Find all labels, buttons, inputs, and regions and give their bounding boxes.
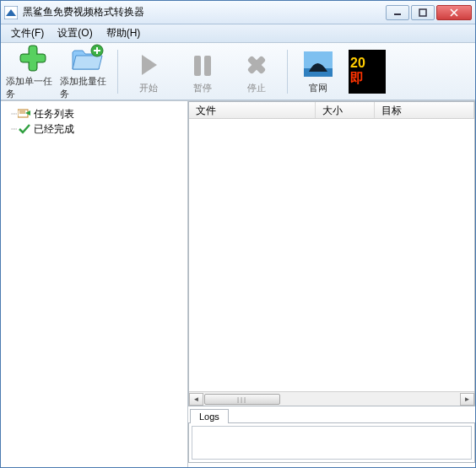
window-title: 黑鲨鱼免费视频格式转换器	[23, 5, 386, 19]
add-icon	[16, 42, 50, 74]
maximize-button[interactable]	[411, 5, 435, 20]
close-button[interactable]	[436, 5, 472, 20]
shark-icon	[301, 49, 335, 81]
column-file[interactable]: 文件	[189, 102, 316, 118]
svg-rect-9	[21, 55, 45, 62]
sidebar: ┈ 任务列表 ┈ 已经完成	[1, 100, 188, 467]
scroll-right-arrow[interactable]: ►	[460, 393, 474, 406]
tree-branch-icon: ┈	[11, 123, 16, 135]
app-icon	[4, 6, 18, 19]
tree-task-list-label: 任务列表	[34, 107, 74, 121]
minimize-button[interactable]	[386, 5, 409, 20]
task-list-icon	[18, 108, 31, 120]
add-batch-task-button[interactable]: 添加批量任务	[60, 45, 114, 99]
promo-banner[interactable]: 20 即	[349, 50, 386, 94]
website-label: 官网	[309, 82, 327, 94]
file-list-body[interactable]	[189, 119, 474, 391]
menu-file[interactable]: 文件(F)	[4, 24, 51, 42]
logs-tab[interactable]: Logs	[190, 409, 229, 423]
horizontal-scrollbar[interactable]: ◄ ||| ►	[189, 391, 474, 406]
pause-icon	[186, 49, 219, 81]
logs-body	[188, 422, 475, 463]
file-list-header: 文件 大小 目标	[189, 102, 474, 119]
stop-button[interactable]: 停止	[230, 45, 284, 99]
pause-label: 暂停	[193, 82, 212, 94]
logs-pane: Logs	[188, 408, 475, 467]
banner-line2: 即	[349, 70, 364, 86]
svg-rect-3	[419, 9, 426, 16]
scroll-thumb[interactable]: |||	[204, 394, 280, 405]
tree-completed-label: 已经完成	[34, 122, 74, 137]
start-label: 开始	[139, 82, 158, 94]
tree-branch-icon: ┈	[11, 108, 16, 120]
check-icon	[18, 123, 31, 135]
svg-marker-13	[142, 55, 157, 75]
folder-add-icon	[70, 42, 104, 74]
toolbar-separator	[117, 50, 118, 94]
play-icon	[132, 49, 165, 81]
add-batch-label: 添加批量任务	[60, 75, 114, 100]
svg-rect-2	[394, 13, 401, 15]
website-button[interactable]: 官网	[291, 45, 345, 99]
menu-help[interactable]: 帮助(H)	[100, 24, 148, 42]
scroll-left-arrow[interactable]: ◄	[189, 393, 203, 406]
svg-rect-14	[194, 56, 201, 76]
column-target[interactable]: 目标	[375, 102, 474, 118]
file-list-pane: 文件 大小 目标 ◄ ||| ►	[188, 101, 475, 406]
add-single-label: 添加单一任务	[6, 75, 60, 100]
menu-settings[interactable]: 设置(O)	[51, 24, 99, 42]
column-size[interactable]: 大小	[316, 102, 375, 118]
tree-completed[interactable]: ┈ 已经完成	[4, 121, 184, 137]
start-button[interactable]: 开始	[122, 45, 176, 99]
toolbar-separator	[287, 50, 288, 94]
pause-button[interactable]: 暂停	[176, 45, 230, 99]
toolbar: 添加单一任务 添加批量任务 开始 暂停 停止	[1, 43, 475, 100]
tree-task-list[interactable]: ┈ 任务列表	[4, 106, 184, 121]
scroll-track[interactable]: |||	[203, 393, 460, 406]
svg-rect-15	[204, 56, 211, 76]
logs-textarea[interactable]	[192, 426, 472, 460]
banner-line1: 20	[349, 56, 365, 70]
stop-x-icon	[240, 49, 273, 81]
add-single-task-button[interactable]: 添加单一任务	[6, 45, 60, 99]
menu-bar: 文件(F) 设置(O) 帮助(H)	[1, 24, 475, 43]
svg-rect-12	[94, 50, 100, 51]
stop-label: 停止	[247, 82, 266, 94]
